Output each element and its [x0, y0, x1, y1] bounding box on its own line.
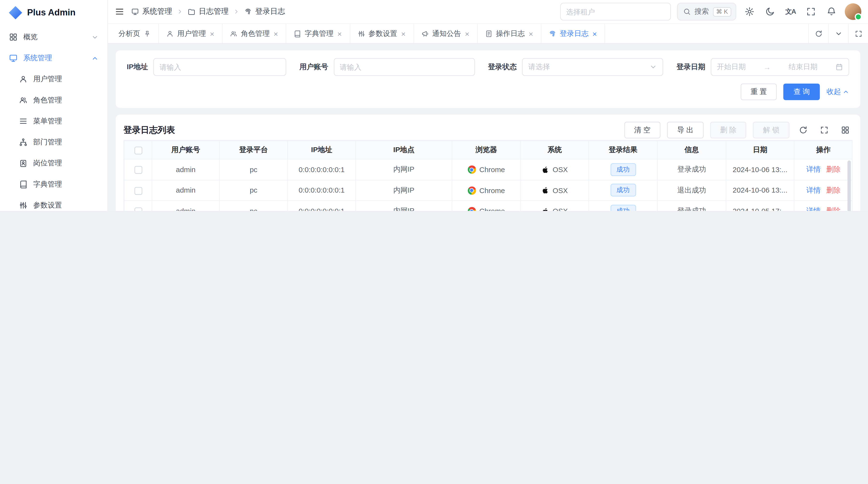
detail-link[interactable]: 详情: [806, 165, 821, 173]
breadcrumb-item[interactable]: 日志管理: [188, 7, 228, 17]
date-range-picker[interactable]: 开始日期 → 结束日期: [711, 58, 849, 76]
info-cell: 登录成功: [657, 159, 726, 180]
close-icon[interactable]: ×: [401, 30, 406, 37]
select-all-checkbox[interactable]: [134, 147, 142, 154]
column-header[interactable]: 日期: [726, 141, 794, 159]
tabs: 分析页 用户管理 × 角色管理 × 字典管理 ×: [108, 24, 808, 43]
sidebar-item-label: 概览: [23, 32, 86, 42]
filter-row: IP地址 用户账号 登录状态 请选择: [127, 58, 849, 76]
clear-button[interactable]: 清 空: [624, 122, 661, 138]
column-header[interactable]: IP地点: [355, 141, 452, 159]
account-cell: admin: [152, 200, 219, 211]
row-checkbox[interactable]: [134, 207, 142, 211]
close-icon[interactable]: ×: [273, 30, 278, 37]
content-fullscreen-button[interactable]: [848, 24, 868, 43]
reset-button[interactable]: 重 置: [740, 84, 777, 100]
pin-icon[interactable]: [144, 30, 151, 37]
expand-icon: [806, 7, 816, 17]
status-badge: 成功: [610, 184, 636, 197]
status-select[interactable]: 请选择: [522, 58, 663, 76]
translate-icon: 文A: [785, 7, 796, 17]
tab-user-mgmt[interactable]: 用户管理 ×: [159, 24, 222, 43]
login-log-panel: 登录日志列表 清 空 导 出 删 除 解 锁: [116, 115, 860, 211]
refresh-icon: [799, 126, 808, 134]
tab-menu-button[interactable]: [828, 24, 848, 43]
refresh-table-button[interactable]: [796, 123, 811, 137]
detail-link[interactable]: 详情: [806, 206, 821, 211]
table-row: admin pc 0:0:0:0:0:0:0:1 内网IP Chrome OSX…: [124, 200, 852, 211]
sidebar-item-user-mgmt[interactable]: 用户管理: [4, 69, 103, 90]
tenant-select[interactable]: [560, 3, 671, 20]
sidebar-item-label: 系统管理: [23, 53, 86, 63]
hamburger-icon[interactable]: [115, 7, 124, 17]
row-checkbox[interactable]: [134, 166, 142, 174]
breadcrumb-label: 日志管理: [199, 7, 228, 17]
column-header[interactable]: 登录结果: [589, 141, 657, 159]
close-icon[interactable]: ×: [464, 30, 470, 37]
filter-label: 登录日期: [677, 62, 705, 72]
tab-tools: [808, 24, 868, 43]
tab-login-log[interactable]: 登录日志 ×: [541, 24, 605, 43]
sidebar-item-overview[interactable]: 概览: [4, 27, 103, 47]
dark-mode-button[interactable]: [763, 4, 777, 19]
account-input[interactable]: [334, 58, 475, 76]
column-header[interactable]: 浏览器: [452, 141, 521, 159]
sidebar: Plus Admin 概览 系统管理 用户管理 角色管理: [0, 0, 108, 211]
table-scrollbar[interactable]: [847, 161, 851, 211]
user-icon: [166, 30, 174, 37]
tab-param-settings[interactable]: 参数设置 ×: [350, 24, 414, 43]
sidebar-item-system-mgmt[interactable]: 系统管理: [4, 47, 103, 68]
sidebar-item-post-mgmt[interactable]: 岗位管理: [4, 153, 103, 174]
export-button[interactable]: 导 出: [667, 122, 704, 138]
delete-button[interactable]: 删 除: [710, 122, 746, 138]
global-search[interactable]: 搜索 ⌘ K: [677, 3, 736, 20]
query-button[interactable]: 查 询: [784, 84, 820, 100]
sidebar-item-menu-mgmt[interactable]: 菜单管理: [4, 110, 103, 132]
sidebar-item-label: 部门管理: [33, 137, 99, 147]
tab-role-mgmt[interactable]: 角色管理 ×: [222, 24, 286, 43]
detail-link[interactable]: 详情: [806, 186, 821, 194]
tab-op-log[interactable]: 操作日志 ×: [478, 24, 541, 43]
column-header[interactable]: 系统: [521, 141, 589, 159]
language-button[interactable]: 文A: [783, 4, 798, 19]
close-icon[interactable]: ×: [528, 30, 534, 37]
column-header[interactable]: 信息: [657, 141, 726, 159]
result-cell: 成功: [589, 159, 657, 180]
column-header[interactable]: 用户账号: [152, 141, 219, 159]
close-icon[interactable]: ×: [337, 30, 342, 37]
breadcrumb-item[interactable]: 系统管理: [131, 7, 172, 17]
sidebar-item-role-mgmt[interactable]: 角色管理: [4, 90, 103, 110]
sidebar-item-dict-mgmt[interactable]: 字典管理: [4, 174, 103, 195]
notifications-button[interactable]: [824, 4, 839, 19]
actions-cell: 详情删除: [794, 200, 852, 211]
delete-link[interactable]: 删除: [826, 165, 841, 173]
avatar[interactable]: [845, 3, 862, 20]
monitor-icon: [131, 8, 139, 15]
settings-button[interactable]: [742, 4, 757, 19]
unlock-button[interactable]: 解 锁: [753, 122, 789, 138]
sidebar-item-param-settings[interactable]: 参数设置: [4, 195, 103, 211]
tab-dict-mgmt[interactable]: 字典管理 ×: [286, 24, 350, 43]
sidebar-item-dept-mgmt[interactable]: 部门管理: [4, 132, 103, 153]
sidebar-item-label: 字典管理: [33, 179, 99, 189]
tab-analysis[interactable]: 分析页: [111, 24, 159, 43]
refresh-tab-button[interactable]: [808, 24, 828, 43]
column-header[interactable]: 操作: [794, 141, 852, 159]
sidebar-item-label: 菜单管理: [33, 116, 99, 126]
close-icon[interactable]: ×: [209, 30, 215, 37]
column-header[interactable]: IP地址: [288, 141, 355, 159]
delete-link[interactable]: 删除: [826, 206, 841, 211]
search-icon: [683, 8, 690, 15]
column-header[interactable]: 登录平台: [219, 141, 287, 159]
apple-icon: [541, 207, 549, 211]
delete-link[interactable]: 删除: [826, 186, 841, 194]
fullscreen-button[interactable]: [804, 4, 818, 19]
row-checkbox[interactable]: [134, 187, 142, 195]
breadcrumb-item[interactable]: 登录日志: [244, 7, 285, 17]
tab-notice[interactable]: 通知公告 ×: [414, 24, 478, 43]
ip-input[interactable]: [154, 58, 286, 76]
collapse-filter-link[interactable]: 收起: [827, 87, 849, 97]
table-fullscreen-button[interactable]: [817, 123, 832, 137]
column-settings-button[interactable]: [838, 123, 852, 137]
close-icon[interactable]: ×: [592, 30, 597, 37]
